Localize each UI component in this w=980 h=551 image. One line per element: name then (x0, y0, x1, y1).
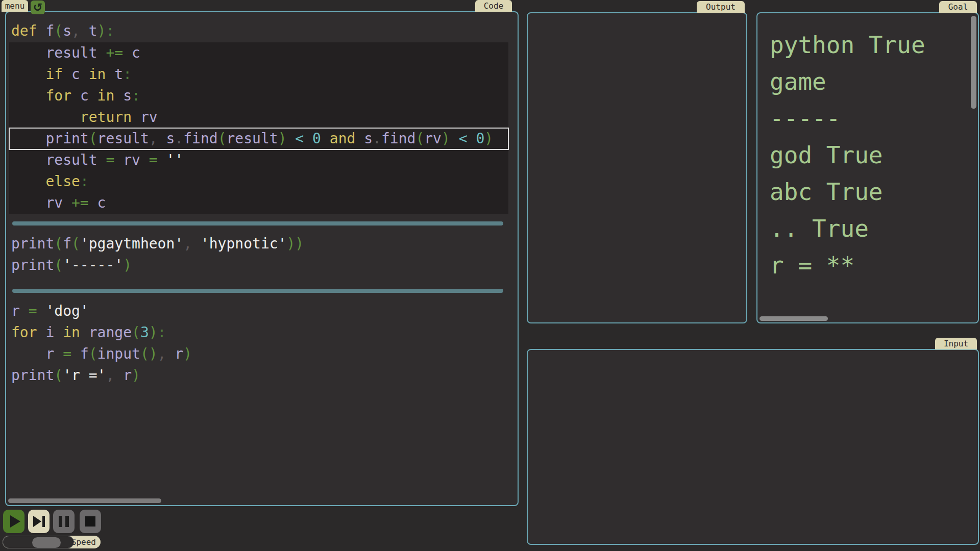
code-token: rv (424, 130, 442, 147)
goal-line: ----- (770, 100, 925, 137)
code-token: ( (415, 130, 424, 147)
code-token: : (123, 66, 132, 83)
code-token: ) (484, 130, 493, 147)
code-token: : (106, 22, 114, 39)
goal-line: r = ** (770, 247, 925, 284)
code-token: ( (54, 235, 63, 252)
code-line[interactable]: rv += c (9, 192, 508, 214)
code-token: if (45, 66, 71, 83)
section-divider (12, 289, 503, 293)
code-line: def f(s, t): (9, 20, 517, 42)
code-token: , (149, 130, 166, 147)
reset-button[interactable]: ↺ (31, 1, 45, 14)
code-content: def f(s, t): result += c if c in t: for … (7, 20, 517, 386)
menu-button[interactable]: menu (2, 0, 28, 12)
code-token: else (45, 173, 80, 190)
code-line[interactable]: print(result, s.find(result) < 0 and s.f… (9, 128, 508, 149)
code-token: s (123, 87, 132, 104)
code-token: ( (89, 130, 97, 147)
speed-slider-track[interactable] (3, 536, 74, 548)
goal-content: python Truegame-----god Trueabc True.. T… (770, 27, 925, 284)
code-token: = (63, 345, 80, 362)
code-token (11, 152, 45, 168)
code-token: for (11, 324, 45, 341)
code-token: ( (89, 345, 97, 362)
code-token: ) (149, 324, 158, 341)
code-token: and (330, 130, 364, 147)
tab-code: Code (475, 0, 512, 12)
code-token: rv (45, 194, 71, 211)
play-icon (10, 515, 20, 528)
code-panel: def f(s, t): result += c if c in t: for … (5, 11, 519, 506)
code-token: in (63, 324, 89, 341)
code-token: input (97, 345, 140, 362)
code-token (11, 109, 80, 126)
reset-icon: ↺ (33, 1, 42, 14)
tab-input: Input (935, 338, 977, 349)
code-token: ( (54, 367, 63, 384)
code-token: return (80, 109, 140, 126)
step-button[interactable] (28, 510, 50, 533)
code-token: ) (183, 345, 192, 362)
goal-vertical-scrollbar[interactable] (971, 16, 976, 109)
code-token: result (226, 130, 278, 147)
code-token: f (45, 22, 54, 39)
stop-icon (85, 516, 95, 527)
code-token: ) (132, 367, 140, 384)
code-token: in (97, 87, 124, 104)
play-button[interactable] (3, 510, 24, 533)
code-token: < 0 (287, 130, 330, 147)
code-token: t (89, 22, 97, 39)
code-token: rv (140, 109, 158, 126)
code-line[interactable]: return rv (9, 107, 508, 128)
code-token: += (106, 44, 132, 61)
code-horizontal-scrollbar[interactable] (8, 498, 161, 503)
code-token: , (183, 235, 201, 252)
code-token (11, 130, 45, 147)
code-token: )) (286, 235, 304, 252)
draggable-code-block[interactable]: result += c if c in t: for c in s: retur… (9, 42, 508, 214)
pause-button[interactable] (53, 510, 75, 533)
code-token: 'pgaytmheon' (80, 235, 183, 252)
code-token: c (132, 44, 140, 61)
code-line: print(f('pgaytmheon', 'hypnotic')) (9, 233, 517, 255)
code-token: c (71, 66, 89, 83)
code-line: print('r =', r) (9, 365, 517, 386)
code-token: result (45, 44, 106, 61)
code-token: print (11, 235, 54, 252)
speed-slider-thumb[interactable] (32, 537, 61, 548)
code-line[interactable]: result += c (9, 42, 508, 64)
code-token: 'dog' (45, 303, 88, 319)
section-divider (12, 221, 503, 226)
code-token: += (71, 194, 97, 211)
code-token: find (381, 130, 415, 147)
code-token: , (158, 345, 175, 362)
code-line: print('-----') (9, 255, 517, 276)
step-forward-icon (33, 516, 45, 527)
stop-button[interactable] (80, 510, 101, 533)
code-line: r = f(input(), r) (9, 343, 517, 365)
tab-goal: Goal (939, 1, 977, 13)
goal-line: .. True (770, 210, 925, 247)
code-line[interactable]: else: (9, 171, 508, 192)
code-token: . (175, 130, 183, 147)
code-token: s (63, 22, 71, 39)
code-token: print (11, 257, 54, 273)
goal-horizontal-scrollbar[interactable] (760, 316, 828, 321)
code-token: ) (123, 257, 132, 273)
code-line[interactable]: result = rv = '' (9, 149, 508, 171)
spacer (9, 276, 517, 281)
code-line[interactable]: if c in t: (9, 64, 508, 85)
code-token: = (29, 303, 46, 319)
speed-slider[interactable]: Speed (3, 536, 101, 548)
code-token: , (71, 22, 89, 39)
code-token (11, 345, 45, 362)
code-line[interactable]: for c in s: (9, 85, 508, 107)
input-panel[interactable] (527, 349, 979, 545)
code-token: f (63, 235, 71, 252)
code-token: r (123, 367, 132, 384)
pause-icon (59, 516, 69, 527)
code-token: 'hypnotic' (201, 235, 287, 252)
code-token: ( (54, 257, 63, 273)
code-token: ( (54, 22, 63, 39)
